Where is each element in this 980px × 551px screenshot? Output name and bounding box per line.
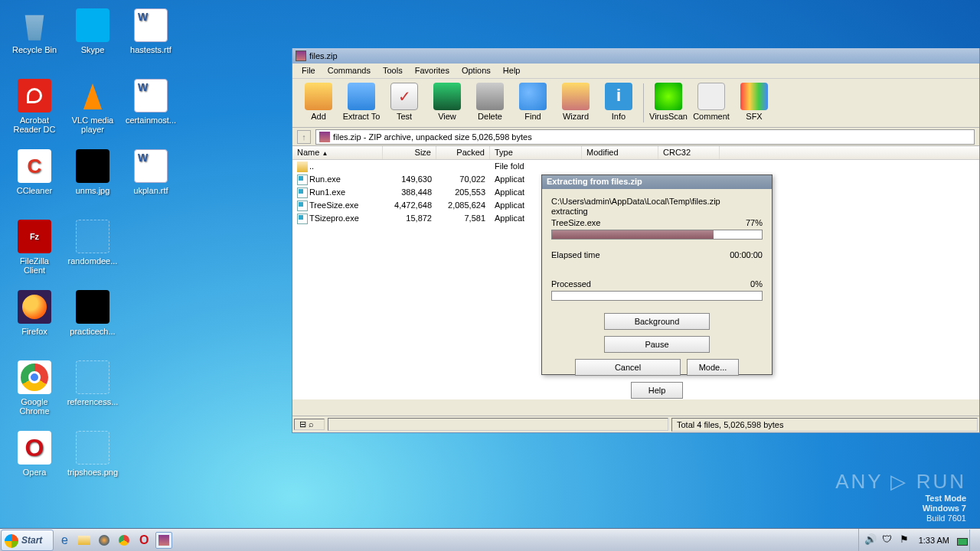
opera-icon [18, 431, 51, 465]
col-size[interactable]: Size [383, 146, 436, 159]
column-headers: Name ▲ Size Packed Type Modified CRC32 [292, 146, 979, 160]
ic-wiz [562, 83, 590, 110]
blk-icon [76, 290, 109, 324]
tool-wizard[interactable]: Wizard [554, 80, 597, 126]
mode-button[interactable]: Mode... [687, 359, 739, 376]
tool-extractto[interactable]: Extract To [340, 80, 383, 126]
start-button[interactable]: Start [1, 530, 54, 551]
help-button[interactable]: Help [631, 382, 683, 399]
skype-icon [76, 8, 109, 42]
taskbar-explorer-icon[interactable] [76, 532, 93, 549]
desktop-icon[interactable]: practicech... [64, 286, 121, 357]
desktop-icon[interactable]: Firefox [6, 286, 63, 357]
desktop-icon[interactable]: Acrobat Reader DC [6, 75, 63, 145]
cancel-button[interactable]: Cancel [575, 359, 681, 376]
desktop-icon[interactable]: CCleaner [6, 145, 63, 216]
tool-find[interactable]: Find [511, 80, 554, 126]
icon-label: certainmost... [123, 116, 178, 125]
extract-file: TreeSize.exe [551, 218, 600, 227]
tool-info[interactable]: Info [597, 80, 640, 126]
taskbar-winrar-icon[interactable] [155, 532, 172, 549]
address-bar: ↑ files.zip - ZIP archive, unpacked size… [292, 128, 979, 146]
ccl-icon [18, 149, 51, 183]
up-button[interactable]: ↑ [297, 130, 311, 144]
ff-icon [18, 290, 51, 324]
tool-virusscan[interactable]: VirusScan [647, 80, 690, 126]
desktop-icon[interactable]: ukplan.rtf [122, 145, 179, 216]
ic-view [433, 83, 461, 110]
desktop-icon[interactable]: VLC media player [64, 75, 121, 145]
menu-options[interactable]: Options [456, 64, 497, 78]
show-desktop-button[interactable] [969, 530, 977, 551]
tray-security-icon[interactable]: 🛡 [880, 533, 894, 547]
extract-action: extracting [551, 207, 763, 216]
extract-pct: 77% [746, 218, 763, 227]
tool-delete[interactable]: Delete [469, 80, 511, 126]
menu-tools[interactable]: Tools [377, 64, 409, 78]
desktop-icon[interactable]: referencess... [64, 357, 121, 427]
ic-cmt [697, 83, 725, 110]
col-type[interactable]: Type [490, 146, 582, 159]
taskbar-player-icon[interactable] [96, 532, 113, 549]
icon-label: FileZilla Client [7, 256, 62, 275]
tool-sfx[interactable]: SFX [733, 80, 776, 126]
tray-battery-icon[interactable] [957, 538, 968, 546]
desktop-icon[interactable]: randomdee... [64, 216, 121, 286]
menu-file[interactable]: File [296, 64, 322, 78]
bin-icon [18, 8, 51, 42]
col-name[interactable]: Name ▲ [292, 146, 383, 159]
desktop-icon[interactable]: FileZilla Client [6, 216, 63, 286]
desktop-icon[interactable]: Google Chrome [6, 357, 63, 427]
tool-test[interactable]: Test [383, 80, 426, 126]
col-crc[interactable]: CRC32 [658, 146, 720, 159]
desktop-icon[interactable]: Skype [64, 5, 121, 75]
file-icon [297, 187, 308, 198]
status-left: ⊟ ⌕ [294, 419, 325, 430]
taskbar-chrome-icon[interactable] [116, 532, 132, 549]
background-button[interactable]: Background [604, 313, 710, 330]
winrar-icon [296, 51, 306, 61]
extract-path: C:\Users\admin\AppData\Local\Temp\files.… [551, 197, 763, 206]
menu-commands[interactable]: Commands [322, 64, 377, 78]
tool-add[interactable]: Add [297, 80, 340, 126]
word-icon [134, 8, 168, 42]
processed-label: Processed [551, 279, 591, 289]
taskbar: Start e O 🔊 🛡 ⚑ 1:33 AM [0, 528, 980, 551]
address-field[interactable]: files.zip - ZIP archive, unpacked size 5… [315, 129, 975, 145]
menu-favorites[interactable]: Favorites [409, 64, 456, 78]
tray-flag-icon[interactable]: ⚑ [897, 533, 911, 547]
blk-icon [76, 149, 109, 183]
desktop-icon[interactable]: Recycle Bin [6, 5, 63, 75]
system-tray: 🔊 🛡 ⚑ 1:33 AM [858, 529, 980, 551]
icon-label: VLC media player [65, 116, 120, 134]
titlebar[interactable]: files.zip [292, 48, 979, 64]
col-modified[interactable]: Modified [582, 146, 658, 159]
ic-test [390, 83, 418, 110]
icon-label: CCleaner [7, 186, 62, 195]
status-total: Total 4 files, 5,026,598 bytes [671, 418, 978, 432]
tool-comment[interactable]: Comment [690, 80, 733, 126]
address-text: files.zip - ZIP archive, unpacked size 5… [333, 132, 532, 142]
desktop-icon[interactable]: certainmost... [122, 75, 179, 145]
taskbar-clock[interactable]: 1:33 AM [913, 536, 956, 545]
icon-label: practicech... [65, 327, 120, 336]
progress-file [551, 230, 763, 240]
dialog-title[interactable]: Extracting from files.zip [542, 175, 772, 189]
desktop-icon[interactable]: unms.jpg [64, 145, 121, 216]
icon-label: tripshoes.png [65, 468, 120, 477]
icon-label: Opera [7, 468, 62, 477]
desktop-icon[interactable]: hastests.rtf [122, 5, 179, 75]
taskbar-opera-icon[interactable]: O [136, 532, 152, 549]
col-packed[interactable]: Packed [436, 146, 490, 159]
tool-view[interactable]: View [426, 80, 469, 126]
extract-dialog: Extracting from files.zip C:\Users\admin… [541, 174, 773, 375]
pause-button[interactable]: Pause [604, 336, 710, 353]
taskbar-ie-icon[interactable]: e [56, 532, 73, 549]
toolbar: AddExtract ToTestViewDeleteFindWizardInf… [292, 79, 979, 128]
tray-volume-icon[interactable]: 🔊 [864, 533, 877, 547]
menu-help[interactable]: Help [497, 64, 527, 78]
desktop-icon[interactable]: tripshoes.png [64, 427, 121, 497]
watermark: ANY ▷ RUN Test Mode Windows 7 Build 7601 [835, 470, 966, 523]
desktop-icon[interactable]: Opera [6, 427, 63, 497]
file-row[interactable]: ..File fold [292, 160, 979, 173]
